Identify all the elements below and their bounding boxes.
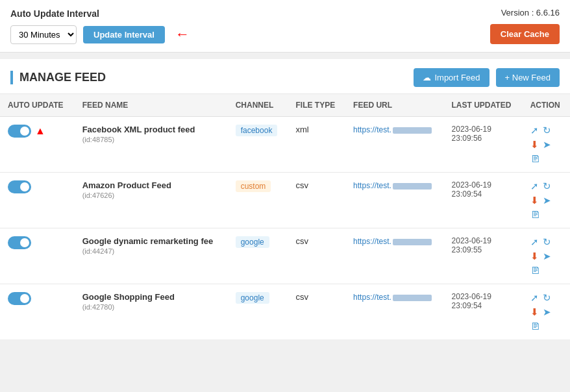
document-icon[interactable]: 🖹	[530, 209, 540, 220]
action-row-1: ➚ ↻	[530, 292, 562, 304]
last-updated: 2023-06-1923:09:54	[452, 180, 515, 199]
new-feed-label: + New Feed	[505, 73, 551, 82]
feed-url[interactable]: https://test.	[353, 125, 432, 134]
feed-id: (id:44247)	[82, 247, 220, 255]
top-panel: Auto Update Interval 30 Minutes 1 Hour 2…	[0, 0, 570, 53]
download-icon[interactable]: ⬇	[530, 306, 539, 318]
toggle-switch[interactable]	[8, 125, 31, 138]
action-icons: ➚ ↻ ⬇ ➤ 🖹	[530, 236, 562, 276]
action-row-2: ⬇ ➤	[530, 251, 562, 262]
toggle-switch[interactable]	[8, 180, 31, 193]
toggle-wrap	[8, 236, 67, 249]
action-row-3: 🖹	[530, 209, 562, 220]
import-feed-label: Import Feed	[434, 73, 480, 82]
top-panel-right: Version : 6.6.16 Clear Cache	[490, 8, 560, 44]
toggle-wrap: ▲	[8, 125, 67, 138]
document-icon[interactable]: 🖹	[530, 153, 540, 164]
last-updated-cell: 2023-06-1923:09:56	[444, 117, 523, 173]
new-feed-button[interactable]: + New Feed	[496, 68, 560, 87]
url-blur	[393, 183, 432, 190]
feed-name-main: Google dynamic remarketing fee	[82, 236, 220, 246]
arrow-indicator: ←	[175, 26, 190, 43]
table-header-row: AUTO UPDATE FEED NAME CHANNEL FILE TYPE …	[0, 94, 570, 117]
channel-tag: google	[236, 236, 269, 248]
manage-feed-title: MANAGE FEED	[10, 71, 106, 84]
refresh-icon[interactable]: ↻	[543, 125, 551, 136]
feed-url-cell: https://test.	[345, 228, 443, 284]
document-icon[interactable]: 🖹	[530, 265, 540, 276]
refresh-icon[interactable]: ↻	[543, 180, 551, 192]
col-auto-update: AUTO UPDATE	[0, 94, 75, 117]
toggle-switch[interactable]	[8, 236, 31, 249]
table-header: AUTO UPDATE FEED NAME CHANNEL FILE TYPE …	[0, 94, 570, 117]
auto-update-cell	[0, 173, 75, 228]
feed-url[interactable]: https://test.	[353, 181, 432, 190]
channel-cell: google	[228, 228, 288, 284]
feed-name-cell: Amazon Product Feed (id:47626)	[75, 173, 228, 228]
feed-id: (id:48785)	[82, 136, 220, 143]
download-icon[interactable]: ⬇	[530, 195, 539, 206]
col-channel: CHANNEL	[228, 94, 288, 117]
external-link-icon[interactable]: ➚	[530, 180, 539, 192]
forward-icon[interactable]: ➤	[543, 251, 551, 262]
feed-name-main: Amazon Product Feed	[82, 180, 220, 190]
feed-name-main: Google Shopping Feed	[82, 292, 220, 302]
download-icon[interactable]: ⬇	[530, 139, 539, 151]
feeds-table: AUTO UPDATE FEED NAME CHANNEL FILE TYPE …	[0, 94, 570, 339]
up-arrow-icon: ▲	[35, 125, 45, 137]
toggle-switch[interactable]	[8, 292, 31, 305]
file-type-cell: xml	[288, 117, 346, 173]
action-row-3: 🖹	[530, 265, 562, 276]
col-last-updated: LAST UPDATED	[444, 94, 523, 117]
feed-url[interactable]: https://test.	[353, 237, 432, 246]
action-cell: ➚ ↻ ⬇ ➤ 🖹	[523, 228, 570, 284]
col-file-type: FILE TYPE	[288, 94, 346, 117]
feed-url-cell: https://test.	[345, 117, 443, 173]
last-updated-cell: 2023-06-1923:09:54	[444, 173, 523, 228]
toggle-wrap	[8, 180, 67, 193]
action-row-2: ⬇ ➤	[530, 139, 562, 151]
table-row: Google dynamic remarketing fee (id:44247…	[0, 228, 570, 284]
action-row-2: ⬇ ➤	[530, 306, 562, 318]
url-blur	[393, 239, 432, 245]
url-blur	[393, 295, 432, 301]
file-type-cell: csv	[288, 173, 346, 228]
action-row-3: 🖹	[530, 321, 562, 332]
external-link-icon[interactable]: ➚	[530, 125, 539, 136]
refresh-icon[interactable]: ↻	[543, 292, 551, 304]
manage-feed-header: MANAGE FEED ☁ Import Feed + New Feed	[0, 59, 570, 94]
refresh-icon[interactable]: ↻	[543, 236, 551, 248]
feed-name-cell: Facebook XML product feed (id:48785)	[75, 117, 228, 173]
document-icon[interactable]: 🖹	[530, 321, 540, 332]
channel-tag: facebook	[236, 125, 278, 136]
forward-icon[interactable]: ➤	[543, 139, 551, 151]
action-icons: ➚ ↻ ⬇ ➤ 🖹	[530, 292, 562, 332]
feed-url[interactable]: https://test.	[353, 293, 432, 302]
col-feed-name: FEED NAME	[75, 94, 228, 117]
main-panel: MANAGE FEED ☁ Import Feed + New Feed AUT…	[0, 59, 570, 339]
channel-tag: google	[236, 292, 269, 304]
download-icon[interactable]: ⬇	[530, 251, 539, 262]
update-interval-button[interactable]: Update Interval	[83, 26, 165, 43]
external-link-icon[interactable]: ➚	[530, 236, 539, 248]
forward-icon[interactable]: ➤	[543, 306, 551, 318]
import-feed-button[interactable]: ☁ Import Feed	[414, 68, 489, 87]
col-feed-url: FEED URL	[345, 94, 443, 117]
external-link-icon[interactable]: ➚	[530, 292, 539, 304]
table-body: ▲ Facebook XML product feed (id:48785) f…	[0, 117, 570, 340]
forward-icon[interactable]: ➤	[543, 195, 551, 206]
action-cell: ➚ ↻ ⬇ ➤ 🖹	[523, 173, 570, 228]
file-type-cell: csv	[288, 228, 346, 284]
table-row: Google Shopping Feed (id:42780) googlecs…	[0, 284, 570, 340]
auto-update-cell: ▲	[0, 117, 75, 173]
header-actions: ☁ Import Feed + New Feed	[414, 68, 560, 87]
action-icons: ➚ ↻ ⬇ ➤ 🖹	[530, 125, 562, 164]
cloud-upload-icon: ☁	[423, 73, 431, 82]
channel-cell: facebook	[228, 117, 288, 173]
interval-select[interactable]: 30 Minutes 1 Hour 2 Hours 6 Hours 12 Hou…	[10, 25, 77, 44]
feed-name-cell: Google Shopping Feed (id:42780)	[75, 284, 228, 340]
clear-cache-button[interactable]: Clear Cache	[490, 24, 560, 44]
action-row-1: ➚ ↻	[530, 125, 562, 136]
feed-name-cell: Google dynamic remarketing fee (id:44247…	[75, 228, 228, 284]
url-blur	[393, 127, 432, 134]
